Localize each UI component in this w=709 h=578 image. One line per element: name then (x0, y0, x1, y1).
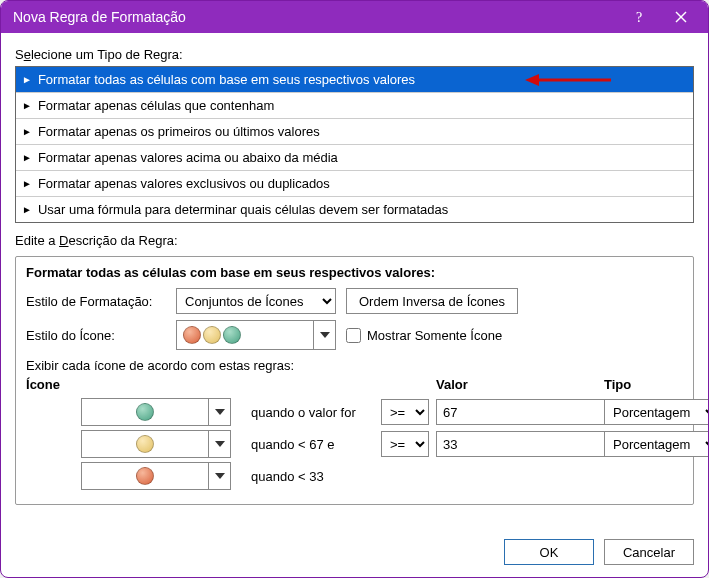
dialog-footer: OK Cancelar (1, 529, 708, 577)
reverse-icon-order-button[interactable]: Ordem Inversa de Ícones (346, 288, 518, 314)
svg-text:?: ? (636, 10, 642, 24)
titlebar: Nova Regra de Formatação ? (1, 1, 708, 33)
operator-select-2[interactable]: >= (381, 431, 429, 457)
cancel-button[interactable]: Cancelar (604, 539, 694, 565)
rule-type-text: Formatar apenas valores acima ou abaixo … (38, 150, 338, 165)
svg-marker-8 (215, 441, 225, 447)
caret-icon: ► (22, 205, 32, 215)
svg-marker-10 (215, 473, 225, 479)
rule-type-item-1[interactable]: ►Formatar apenas células que contenham (16, 93, 693, 119)
rule-type-text: Formatar apenas células que contenham (38, 98, 274, 113)
circle-green-icon (223, 326, 241, 344)
ok-button[interactable]: OK (504, 539, 594, 565)
caret-icon: ► (22, 179, 32, 189)
chevron-down-icon[interactable] (208, 399, 230, 425)
type-select-1[interactable]: Porcentagem (604, 399, 708, 425)
rule-type-item-0[interactable]: ► Formatar todas as células com base em … (16, 67, 693, 93)
svg-marker-6 (215, 409, 225, 415)
hdr-tipo: Tipo (604, 377, 708, 394)
icon-select-1[interactable] (81, 398, 231, 426)
desc-heading: Formatar todas as células com base em se… (26, 265, 683, 280)
icon-select-3[interactable] (81, 462, 231, 490)
dialog-new-formatting-rule: Nova Regra de Formatação ? Selecione um … (0, 0, 709, 578)
circle-yellow-icon (136, 435, 154, 453)
caret-icon: ► (22, 127, 32, 137)
help-button[interactable]: ? (618, 3, 660, 31)
circle-green-icon (136, 403, 154, 421)
rule-type-text: Usar uma fórmula para determinar quais c… (38, 202, 448, 217)
svg-marker-4 (525, 74, 539, 86)
value-input-2-wrap (436, 431, 586, 457)
rule-type-item-2[interactable]: ►Formatar apenas os primeiros ou últimos… (16, 119, 693, 145)
caret-icon: ► (22, 101, 32, 111)
dialog-title: Nova Regra de Formatação (13, 9, 618, 25)
rule-type-list[interactable]: ► Formatar todas as células com base em … (15, 66, 694, 223)
hdr-icone: Ícone (26, 377, 231, 394)
svg-marker-5 (320, 332, 330, 338)
format-style-label: Estilo de Formatação: (26, 294, 166, 309)
format-style-select[interactable]: Conjuntos de Ícones (176, 288, 336, 314)
circle-red-icon (183, 326, 201, 344)
annotation-arrow-icon (523, 70, 613, 90)
cond-text-3: quando < 33 (251, 469, 381, 484)
value-input-1-wrap (436, 399, 586, 425)
circle-red-icon (136, 467, 154, 485)
hdr-valor: Valor (436, 377, 604, 394)
rule-type-text: Formatar todas as células com base em se… (38, 72, 415, 87)
cond-text-1: quando o valor for (251, 405, 381, 420)
display-rules-label: Exibir cada ícone de acordo com estas re… (26, 358, 683, 373)
show-only-icon-checkbox[interactable]: Mostrar Somente Ícone (346, 328, 502, 343)
value-input-2[interactable] (436, 431, 617, 457)
caret-icon: ► (22, 75, 32, 85)
cond-text-2: quando < 67 e (251, 437, 381, 452)
chevron-down-icon[interactable] (208, 431, 230, 457)
rule-type-text: Formatar apenas os primeiros ou últimos … (38, 124, 320, 139)
operator-select-1[interactable]: >= (381, 399, 429, 425)
rule-type-item-5[interactable]: ►Usar uma fórmula para determinar quais … (16, 197, 693, 222)
icon-select-2[interactable] (81, 430, 231, 458)
chevron-down-icon[interactable] (313, 321, 335, 349)
edit-rule-desc-label: Edite a Descrição da Regra: (15, 233, 694, 248)
chevron-down-icon[interactable] (208, 463, 230, 489)
icon-style-select[interactable] (176, 320, 336, 350)
rule-type-item-4[interactable]: ►Formatar apenas valores exclusivos ou d… (16, 171, 693, 197)
icon-rules-grid: Ícone Valor Tipo quando o valor for >= (26, 377, 683, 490)
rule-description-panel: Formatar todas as células com base em se… (15, 256, 694, 505)
circle-yellow-icon (203, 326, 221, 344)
rule-type-item-3[interactable]: ►Formatar apenas valores acima ou abaixo… (16, 145, 693, 171)
show-only-icon-label: Mostrar Somente Ícone (367, 328, 502, 343)
close-button[interactable] (660, 3, 702, 31)
select-rule-type-label: Selecione um Tipo de Regra: (15, 47, 694, 62)
caret-icon: ► (22, 153, 32, 163)
icon-style-label: Estilo do Ícone: (26, 328, 166, 343)
value-input-1[interactable] (436, 399, 617, 425)
rule-type-text: Formatar apenas valores exclusivos ou du… (38, 176, 330, 191)
type-select-2[interactable]: Porcentagem (604, 431, 708, 457)
